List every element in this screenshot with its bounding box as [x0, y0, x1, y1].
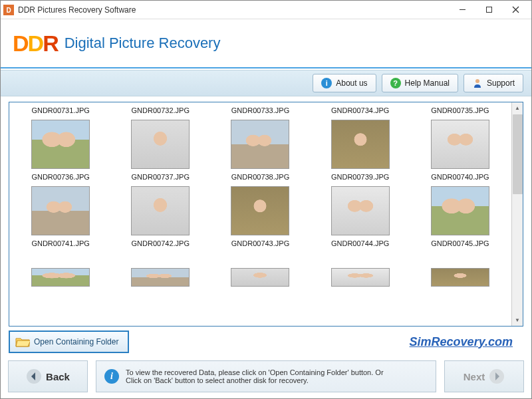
- divider: [1, 67, 531, 68]
- scroll-up-icon[interactable]: ▲: [512, 102, 523, 114]
- thumbnail[interactable]: [131, 186, 190, 235]
- thumbnail[interactable]: [131, 120, 190, 169]
- thumbnail[interactable]: [31, 186, 90, 235]
- hint-line1: To view the recovered Data, please click…: [126, 368, 384, 376]
- person-icon: [472, 78, 483, 88]
- svg-text:D: D: [6, 7, 11, 14]
- file-label[interactable]: GNDR00736.JPG: [13, 172, 108, 184]
- help-label: Help Manual: [405, 78, 450, 88]
- scroll-down-icon[interactable]: ▼: [512, 315, 523, 326]
- support-label: Support: [487, 78, 515, 88]
- file-label[interactable]: GNDR00745.JPG: [413, 238, 507, 250]
- scroll-thumb[interactable]: [513, 114, 523, 194]
- minimize-button[interactable]: [449, 1, 475, 19]
- file-label[interactable]: GNDR00740.JPG: [413, 172, 507, 184]
- svg-point-6: [475, 79, 479, 83]
- file-label[interactable]: GNDR00744.JPG: [313, 238, 408, 250]
- file-label[interactable]: GNDR00739.JPG: [313, 172, 408, 184]
- file-label[interactable]: GNDR00738.JPG: [213, 172, 307, 184]
- thumbnail[interactable]: [431, 120, 489, 169]
- info-icon: i: [321, 78, 332, 88]
- support-button[interactable]: Support: [464, 74, 523, 92]
- content-area: GNDR00731.JPG GNDR00732.JPG GNDR00733.JP…: [1, 96, 531, 358]
- about-button[interactable]: i About us: [313, 74, 376, 92]
- logo: DDR: [13, 31, 58, 57]
- banner: DDR Digital Picture Recovery: [1, 19, 531, 67]
- file-label[interactable]: GNDR00731.JPG: [13, 105, 108, 117]
- thumbnail[interactable]: [231, 186, 289, 235]
- next-label: Next: [464, 371, 485, 382]
- back-button[interactable]: Back: [8, 360, 88, 392]
- arrow-right-icon: [489, 368, 505, 384]
- file-label[interactable]: GNDR00741.JPG: [13, 238, 108, 250]
- arrow-left-icon: [26, 368, 42, 384]
- file-label[interactable]: GNDR00743.JPG: [213, 238, 307, 250]
- file-label[interactable]: GNDR00735.JPG: [413, 105, 507, 117]
- open-folder-label: Open Containing Folder: [34, 337, 118, 346]
- thumbnail[interactable]: [331, 268, 390, 287]
- back-label: Back: [46, 371, 70, 382]
- folder-icon: [15, 336, 30, 348]
- help-button[interactable]: ? Help Manual: [382, 74, 458, 92]
- underbar: Open Containing Folder SimRecovery.com: [9, 331, 523, 353]
- maximize-button[interactable]: [475, 1, 502, 19]
- banner-subtitle: Digital Picture Recovery: [65, 35, 221, 52]
- info-icon: i: [104, 369, 119, 384]
- file-label[interactable]: GNDR00737.JPG: [113, 172, 207, 184]
- brand-link[interactable]: SimRecovery.com: [410, 335, 513, 349]
- thumbnail[interactable]: [331, 186, 390, 235]
- help-icon: ?: [390, 78, 401, 88]
- close-button[interactable]: [502, 1, 529, 19]
- thumbnail[interactable]: [231, 268, 289, 287]
- svg-rect-3: [486, 7, 491, 13]
- thumbnail[interactable]: [331, 120, 390, 169]
- thumbnail-panel: GNDR00731.JPG GNDR00732.JPG GNDR00733.JP…: [9, 102, 523, 327]
- titlebar: D DDR Pictures Recovery Software: [1, 1, 531, 19]
- next-button[interactable]: Next: [444, 360, 524, 392]
- app-icon: D: [3, 5, 14, 15]
- thumbnail[interactable]: [31, 120, 90, 169]
- hint-box: i To view the recovered Data, please cli…: [96, 360, 436, 392]
- thumbnail[interactable]: [131, 268, 190, 287]
- file-label[interactable]: GNDR00734.JPG: [313, 105, 408, 117]
- file-label[interactable]: GNDR00742.JPG: [113, 238, 207, 250]
- thumbnail[interactable]: [31, 268, 90, 287]
- window-title: DDR Pictures Recovery Software: [18, 5, 449, 15]
- thumbnail-grid[interactable]: GNDR00731.JPG GNDR00732.JPG GNDR00733.JP…: [9, 102, 511, 326]
- footer: Back i To view the recovered Data, pleas…: [8, 360, 524, 392]
- toolbar: i About us ? Help Manual Support: [1, 70, 531, 96]
- thumbnail[interactable]: [431, 268, 489, 287]
- open-folder-button[interactable]: Open Containing Folder: [9, 331, 129, 353]
- thumbnail[interactable]: [231, 120, 289, 169]
- file-label[interactable]: GNDR00732.JPG: [113, 105, 207, 117]
- file-label[interactable]: GNDR00733.JPG: [213, 105, 307, 117]
- hint-line2: Click on 'Back' button to select another…: [126, 376, 384, 384]
- scrollbar[interactable]: ▲ ▼: [511, 102, 523, 326]
- thumbnail[interactable]: [431, 186, 489, 235]
- about-label: About us: [336, 78, 367, 88]
